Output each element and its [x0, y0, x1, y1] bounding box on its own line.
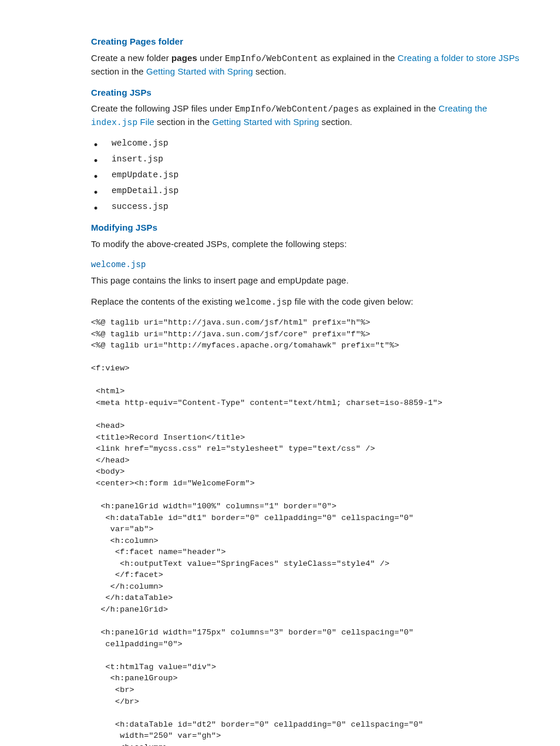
text-fragment: as explained in the [359, 103, 438, 113]
list-item: welcome.jsp [112, 137, 525, 150]
text-fragment: file with the code given below: [292, 296, 413, 306]
text-fragment: under [197, 53, 225, 63]
list-item: empDetail.jsp [112, 185, 525, 197]
mono-welcome-jsp: welcome.jsp [235, 298, 292, 307]
text-fragment: section in the [154, 117, 212, 127]
list-item: empUpdate.jsp [112, 169, 525, 181]
text-fragment: section. [253, 66, 286, 76]
link-getting-started-spring[interactable]: Getting Started with Spring [146, 66, 253, 76]
text-fragment: File [137, 117, 154, 127]
mono-index-jsp: index.jsp [91, 118, 137, 127]
path-empinfo-webcontent: EmpInfo/WebContent [225, 54, 318, 63]
link-creating-folder-store-jsps[interactable]: Creating a folder to store JSPs [397, 53, 519, 63]
heading-creating-jsps: Creating JSPs [91, 86, 525, 99]
code-block-welcome-jsp: <%@ taglib uri="http://java.sun.com/jsf/… [91, 317, 525, 746]
heading-creating-pages-folder: Creating Pages folder [91, 35, 525, 48]
text-fragment: as explained in the [318, 53, 398, 63]
link-getting-started-spring-2[interactable]: Getting Started with Spring [212, 117, 319, 127]
text-fragment: Replace the contents of the existing [91, 296, 235, 306]
jsp-file-list: welcome.jsp insert.jsp empUpdate.jsp emp… [91, 137, 525, 213]
list-item: success.jsp [112, 201, 525, 213]
text-fragment: Creating the [438, 103, 487, 113]
bold-pages: pages [171, 53, 197, 63]
heading-modifying-jsps: Modifying JSPs [91, 221, 525, 234]
list-item: insert.jsp [112, 153, 525, 166]
para-welcome-desc: This page contains the links to insert p… [91, 274, 525, 287]
subheading-welcome-jsp: welcome.jsp [91, 259, 525, 271]
para-replace-contents: Replace the contents of the existing wel… [91, 295, 525, 309]
para-creating-jsps: Create the following JSP files under Emp… [91, 102, 525, 129]
text-fragment: Create the following JSP files under [91, 103, 235, 113]
para-modifying-jsps: To modify the above-created JSPs, comple… [91, 238, 525, 251]
path-empinfo-webcontent-pages: EmpInfo/WebContent/pages [235, 104, 359, 114]
para-creating-pages-folder: Create a new folder pages under EmpInfo/… [91, 52, 525, 78]
text-fragment: Create a new folder [91, 53, 171, 63]
text-fragment: section. [319, 117, 352, 127]
text-fragment: section in the [91, 66, 146, 76]
